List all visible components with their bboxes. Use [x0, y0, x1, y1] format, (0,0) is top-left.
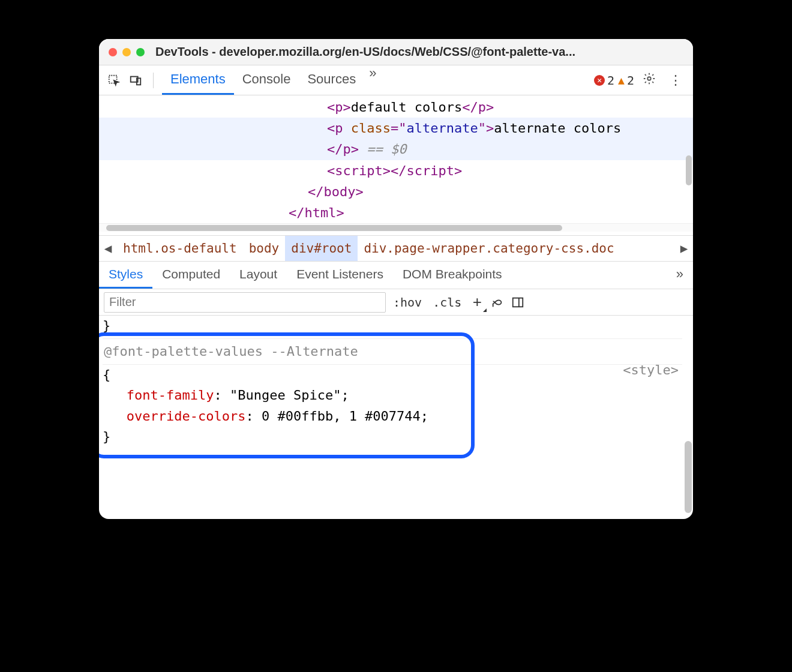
breadcrumb-left-icon[interactable]: ◀: [99, 236, 117, 261]
toolbar-right: ✕ 2 ▲ 2 ⋮: [594, 72, 687, 89]
hov-toggle[interactable]: :hov: [389, 295, 425, 310]
tab-sources[interactable]: Sources: [299, 65, 364, 95]
css-brace: }: [103, 316, 682, 336]
css-brace: {: [103, 365, 682, 385]
breadcrumb-item[interactable]: html.os-default: [117, 236, 243, 261]
close-window-button[interactable]: [109, 48, 117, 56]
dom-node[interactable]: </html>: [99, 202, 693, 223]
dom-tree[interactable]: <p>default colors</p> <p class="alternat…: [99, 95, 693, 235]
more-tabs-icon[interactable]: »: [364, 65, 381, 95]
dom-node-selected[interactable]: <p class="alternate">alternate colors: [99, 118, 693, 139]
styles-panel[interactable]: } @font-palette-values --Alternate <styl…: [99, 316, 693, 519]
warning-icon: ▲: [618, 74, 625, 86]
style-source-link[interactable]: <style>: [623, 360, 679, 380]
horizontal-scrollbar[interactable]: [99, 223, 693, 232]
error-badge[interactable]: ✕ 2: [594, 73, 614, 88]
css-rule-header[interactable]: @font-palette-values --Alternate: [103, 338, 682, 365]
separator: [153, 73, 154, 88]
breadcrumb-item[interactable]: div.page-wrapper.category-css.doc: [358, 236, 620, 261]
subtab-event-listeners[interactable]: Event Listeners: [287, 262, 393, 289]
styles-subtabs: Styles Computed Layout Event Listeners D…: [99, 262, 693, 289]
minimize-window-button[interactable]: [122, 48, 131, 56]
subtab-layout[interactable]: Layout: [230, 262, 287, 289]
styles-filter-row: :hov .cls +: [99, 289, 693, 316]
vertical-scrollbar-thumb[interactable]: [686, 155, 692, 185]
filter-input[interactable]: [104, 292, 386, 313]
css-brace: }: [103, 427, 682, 447]
subtab-styles[interactable]: Styles: [99, 262, 152, 289]
css-declaration[interactable]: override-colors: 0 #00ffbb, 1 #007744;: [103, 406, 682, 427]
css-declaration[interactable]: font-family: "Bungee Spice";: [103, 385, 682, 406]
dom-node[interactable]: <script></script>: [99, 160, 693, 181]
paint-brush-icon[interactable]: [489, 294, 506, 311]
titlebar: DevTools - developer.mozilla.org/en-US/d…: [99, 39, 693, 65]
dom-node[interactable]: <p>default colors</p>: [99, 97, 693, 118]
error-icon: ✕: [594, 75, 605, 86]
inspect-element-icon[interactable]: [105, 71, 123, 89]
kebab-menu-icon[interactable]: ⋮: [664, 73, 687, 88]
dom-node[interactable]: </body>: [99, 181, 693, 202]
tab-console[interactable]: Console: [234, 65, 299, 95]
panel-tabs: Elements Console Sources »: [162, 65, 381, 95]
breadcrumb-item-selected[interactable]: div#root: [285, 236, 358, 261]
svg-rect-4: [513, 298, 523, 307]
warning-badge[interactable]: ▲ 2: [618, 73, 634, 88]
devtools-window: DevTools - developer.mozilla.org/en-US/d…: [99, 39, 693, 519]
dom-node-selected-close[interactable]: </p> == $0: [99, 139, 693, 160]
svg-point-3: [647, 77, 651, 80]
more-subtabs-icon[interactable]: »: [667, 262, 693, 289]
zoom-window-button[interactable]: [136, 48, 145, 56]
main-toolbar: Elements Console Sources » ✕ 2 ▲ 2 ⋮: [99, 65, 693, 95]
error-count: 2: [607, 73, 614, 88]
breadcrumb-right-icon[interactable]: ▶: [675, 236, 693, 261]
vertical-scrollbar-thumb[interactable]: [685, 441, 692, 513]
settings-icon[interactable]: [638, 72, 661, 89]
subtab-dom-breakpoints[interactable]: DOM Breakpoints: [393, 262, 512, 289]
scrollbar-thumb[interactable]: [106, 225, 562, 231]
device-toolbar-icon[interactable]: [127, 71, 145, 89]
breadcrumb-item[interactable]: body: [243, 236, 286, 261]
breadcrumb-bar: ◀ html.os-default body div#root div.page…: [99, 235, 693, 262]
subtab-computed[interactable]: Computed: [152, 262, 230, 289]
cls-toggle[interactable]: .cls: [429, 295, 465, 310]
toggle-sidebar-icon[interactable]: [509, 294, 526, 311]
warning-count: 2: [627, 73, 634, 88]
new-style-rule-icon[interactable]: +: [469, 294, 485, 311]
tab-elements[interactable]: Elements: [162, 65, 234, 95]
traffic-lights: [109, 48, 145, 56]
window-title: DevTools - developer.mozilla.org/en-US/d…: [155, 45, 575, 59]
